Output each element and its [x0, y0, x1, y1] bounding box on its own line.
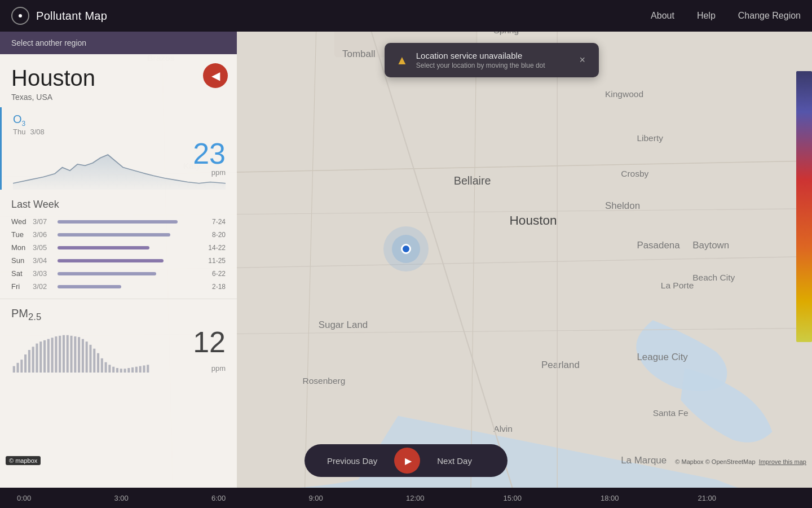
svg-rect-65 — [116, 368, 118, 373]
week-row: Mon 3/05 14-22 — [11, 241, 226, 254]
svg-rect-56 — [82, 339, 84, 373]
next-day-button[interactable]: Next Day — [420, 450, 489, 471]
week-row: Sat 3/03 6-22 — [11, 267, 226, 280]
day-navigation: Previous Day ▶ Next Day — [304, 444, 508, 477]
pm25-unit: ppm — [211, 364, 226, 373]
svg-rect-62 — [105, 362, 107, 373]
time-tick: 15:00 — [504, 494, 601, 502]
week-row: Wed 3/07 7-24 — [11, 215, 226, 228]
nav-about[interactable]: About — [651, 11, 674, 21]
row-bar-track — [58, 220, 198, 224]
nav-links: About Help Change Region — [651, 11, 801, 21]
row-range: 2-18 — [203, 283, 226, 291]
o3-chart: 23 ppm — [13, 139, 226, 190]
improve-map-link[interactable]: Improve this map — [759, 458, 806, 465]
svg-rect-68 — [127, 368, 130, 373]
svg-rect-57 — [86, 341, 88, 373]
pm25-label: PM2.5 — [11, 307, 226, 323]
svg-rect-71 — [139, 366, 142, 373]
row-range: 6-22 — [203, 270, 226, 278]
row-range: 7-24 — [203, 218, 226, 226]
svg-text:Houston: Houston — [510, 213, 557, 227]
row-bar-fill — [58, 285, 121, 288]
toast-close-button[interactable]: × — [577, 52, 588, 68]
o3-value: 23 — [193, 139, 226, 168]
pm25-chart: 12 ppm — [11, 327, 226, 373]
svg-rect-64 — [112, 367, 114, 373]
row-day: Fri — [11, 282, 28, 291]
svg-text:Beach City: Beach City — [692, 273, 735, 282]
svg-rect-46 — [43, 340, 46, 373]
svg-rect-39 — [17, 363, 19, 373]
svg-text:Spring: Spring — [493, 32, 519, 35]
o3-value-display: 23 ppm — [193, 139, 226, 177]
nav-change-region[interactable]: Change Region — [738, 11, 801, 21]
svg-text:Bellaire: Bellaire — [454, 174, 491, 187]
week-rows: Wed 3/07 7-24 Tue 3/06 8-20 Mon 3/05 — [11, 215, 226, 293]
row-range: 14-22 — [203, 244, 226, 252]
svg-text:Sugar Land: Sugar Land — [319, 319, 368, 330]
row-bar-container — [58, 257, 198, 265]
scale-bar — [796, 71, 812, 342]
svg-rect-49 — [55, 336, 57, 373]
svg-text:Rosenberg: Rosenberg — [302, 376, 345, 386]
select-region-bar[interactable]: Select another region — [0, 32, 237, 54]
toast-content: Location service unavailable Select your… — [416, 51, 545, 69]
o3-label: O3 — [13, 113, 226, 128]
row-day: Tue — [11, 230, 28, 239]
svg-text:Sheldon: Sheldon — [605, 200, 640, 211]
time-ticks: 0:003:006:009:0012:0015:0018:0021:00 — [17, 494, 795, 502]
svg-text:Santa Fe: Santa Fe — [653, 408, 689, 418]
svg-text:Liberty: Liberty — [637, 133, 663, 143]
prev-day-button[interactable]: Previous Day — [310, 450, 394, 471]
svg-rect-48 — [51, 338, 54, 373]
svg-rect-73 — [147, 365, 149, 373]
app-logo: Pollutant Map — [11, 7, 107, 25]
row-bar-track — [58, 272, 198, 275]
row-range: 8-20 — [203, 231, 226, 239]
svg-rect-60 — [97, 353, 99, 373]
svg-rect-47 — [47, 339, 50, 373]
map-attribution: © Mapbox © OpenStreetMap Improve this ma… — [675, 458, 806, 465]
row-bar-track — [58, 285, 198, 288]
row-day: Wed — [11, 217, 28, 226]
week-row: Tue 3/06 8-20 — [11, 228, 226, 241]
row-range: 11-25 — [203, 257, 226, 265]
time-tick: 12:00 — [406, 494, 504, 502]
svg-text:Crosby: Crosby — [621, 169, 648, 178]
o3-date: Thu 3/08 — [13, 128, 226, 136]
svg-rect-54 — [74, 336, 76, 373]
row-date: 3/03 — [33, 269, 53, 278]
back-button[interactable]: ◀ — [203, 63, 228, 88]
row-bar-track — [58, 259, 198, 262]
time-tick: 6:00 — [211, 494, 309, 502]
nav-help[interactable]: Help — [697, 11, 716, 21]
row-bar-container — [58, 231, 198, 239]
time-tick: 3:00 — [114, 494, 212, 502]
svg-rect-70 — [135, 367, 138, 373]
week-row: Sun 3/04 11-25 — [11, 254, 226, 267]
row-date: 3/04 — [33, 256, 53, 265]
ripple-outer — [383, 226, 429, 271]
row-day: Sun — [11, 256, 28, 265]
city-state: Texas, USA — [11, 93, 226, 102]
row-bar-fill — [58, 246, 149, 249]
row-bar-container — [58, 283, 198, 291]
svg-rect-51 — [63, 335, 65, 373]
location-dot[interactable] — [383, 226, 429, 271]
svg-rect-41 — [24, 354, 27, 373]
row-bar-fill — [58, 259, 164, 262]
row-bar-fill — [58, 272, 156, 275]
svg-rect-40 — [20, 360, 23, 373]
toast-title: Location service unavailable — [416, 51, 545, 60]
row-bar-container — [58, 244, 198, 252]
row-date: 3/05 — [33, 243, 53, 252]
svg-text:La Porte: La Porte — [661, 281, 694, 290]
svg-text:Baytown: Baytown — [692, 240, 729, 251]
time-axis: 0:003:006:009:0012:0015:0018:0021:00 — [0, 488, 812, 508]
app-title: Pollutant Map — [36, 10, 107, 23]
svg-rect-44 — [36, 344, 38, 373]
city-name: Houston — [11, 65, 226, 90]
play-button[interactable]: ▶ — [394, 448, 420, 474]
svg-rect-59 — [93, 349, 95, 373]
